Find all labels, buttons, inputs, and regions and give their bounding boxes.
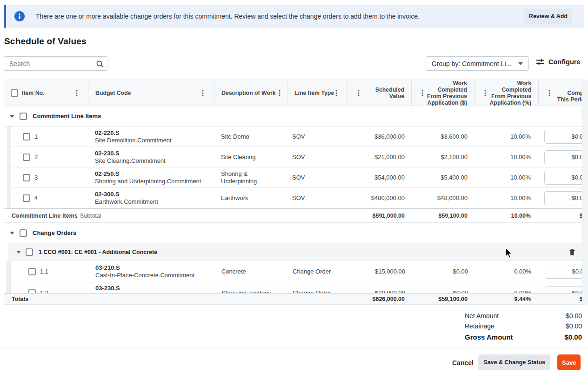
row-checkbox[interactable] xyxy=(28,289,36,294)
group-by-select[interactable]: Group by: Commitment Li... xyxy=(426,56,529,71)
configure-icon xyxy=(536,58,544,66)
subtotal-row: Commitment Line ItemsSubtotal $591,000.0… xyxy=(4,208,582,223)
group-row-commitment-line-items[interactable]: Commitment Line Items xyxy=(4,106,582,127)
configure-button[interactable]: Configure xyxy=(536,58,580,66)
net-amount-label: Net Amount xyxy=(461,312,499,320)
group-checkbox[interactable] xyxy=(26,248,33,256)
retainage-value: $0.00 xyxy=(566,322,582,330)
col-work-completed-prev-pct: Work Completed From Previous Application… xyxy=(474,80,539,106)
retainage-label: Retainage xyxy=(461,322,494,330)
this-period-input[interactable] xyxy=(544,150,582,164)
info-banner: There are one or more available change o… xyxy=(4,5,584,28)
table-row: 1.1 03-210.SCast-In-Place-Concrete.Commi… xyxy=(11,261,582,282)
banner-message: There are one or more available change o… xyxy=(36,13,420,20)
search-icon[interactable] xyxy=(96,60,103,67)
configure-label: Configure xyxy=(548,58,580,66)
table-row: 3 02-250.SShoring and Underpinning.Commi… xyxy=(11,167,582,188)
col-scheduled-value: Scheduled Value xyxy=(348,80,412,106)
this-period-input[interactable] xyxy=(544,191,582,205)
trash-icon[interactable] xyxy=(568,248,576,256)
group-checkbox[interactable] xyxy=(20,113,27,120)
column-menu-icon[interactable] xyxy=(548,90,550,96)
save-button[interactable]: Save xyxy=(557,354,581,370)
column-menu-icon[interactable] xyxy=(76,90,78,96)
collapse-arrow-icon[interactable] xyxy=(16,251,21,254)
this-period-input[interactable] xyxy=(545,265,582,279)
indent-guide xyxy=(6,261,10,293)
group-by-value: Group by: Commitment Li... xyxy=(432,60,511,67)
mouse-cursor xyxy=(504,247,513,259)
col-budget-code: Budget Code xyxy=(88,80,214,106)
gross-amount-label: Gross Amount xyxy=(461,333,513,341)
cco-subgroup-row[interactable]: 1 CCO #001: CE #001 - Additional Concret… xyxy=(8,243,582,261)
scrollbar-track[interactable] xyxy=(582,80,588,305)
column-menu-icon[interactable] xyxy=(421,90,423,96)
this-period-input[interactable] xyxy=(545,286,582,294)
table-row: 4 02-300.SEarthwork.Commitment Earthwork… xyxy=(11,188,582,208)
cancel-button[interactable]: Cancel xyxy=(448,355,478,370)
column-menu-icon[interactable] xyxy=(358,90,360,96)
col-line-item-type: Line Item Type xyxy=(287,80,348,106)
row-checkbox[interactable] xyxy=(28,268,36,275)
table-row: 1 02-220.SSite Demolition.Commitment Sit… xyxy=(11,127,582,147)
col-description: Description of Work xyxy=(214,80,287,106)
table-header: Item No. Budget Code Description of Work… xyxy=(4,80,582,106)
invoice-summary: Net Amount$0.00 Retainage$0.00 Gross Amo… xyxy=(461,311,582,342)
row-checkbox[interactable] xyxy=(23,154,30,161)
table-row: 1.2 03-230.S Stressing Tendons Change Or… xyxy=(11,282,582,293)
column-menu-icon[interactable] xyxy=(484,90,486,96)
col-work-completed-prev-amt: Work Completed From Previous Application… xyxy=(412,80,474,106)
collapse-arrow-icon[interactable] xyxy=(10,232,14,234)
partial-row-clip: 1.2 03-230.S Stressing Tendons Change Or… xyxy=(11,282,582,293)
column-menu-icon[interactable] xyxy=(279,90,281,96)
row-checkbox[interactable] xyxy=(23,174,30,181)
select-all-checkbox[interactable] xyxy=(11,89,18,97)
review-add-button[interactable]: Review & Add xyxy=(524,9,572,24)
group-row-change-orders[interactable]: Change Orders xyxy=(4,223,582,243)
row-checkbox[interactable] xyxy=(23,194,30,202)
group-checkbox[interactable] xyxy=(20,229,27,237)
gross-amount-value: $0.00 xyxy=(564,333,582,341)
save-change-status-button[interactable]: Save & Change Status xyxy=(478,354,550,370)
col-work-completed-this-period: Work Completed This Period ($) xyxy=(539,80,582,106)
col-item-no: Item No. xyxy=(4,80,88,106)
chevron-down-icon xyxy=(518,62,523,65)
totals-row: Totals $626,000.00 $59,100.00 9.44% $0.0… xyxy=(4,293,582,305)
column-menu-icon[interactable] xyxy=(335,90,337,96)
page-title: Schedule of Values xyxy=(4,36,87,47)
collapse-arrow-icon[interactable] xyxy=(10,115,14,118)
sov-table: Item No. Budget Code Description of Work… xyxy=(4,80,582,305)
banner-accent-bar xyxy=(4,5,6,28)
row-checkbox[interactable] xyxy=(23,133,30,140)
footer-divider xyxy=(0,348,588,348)
search-input[interactable] xyxy=(4,57,108,70)
this-period-input[interactable] xyxy=(544,171,582,185)
info-icon xyxy=(14,11,25,21)
net-amount-value: $0.00 xyxy=(566,312,582,320)
table-row: 2 02-230.SSite Clearing.Commitment Site … xyxy=(11,147,582,167)
indent-guide xyxy=(7,127,11,208)
this-period-input[interactable] xyxy=(544,130,582,144)
search-box xyxy=(4,56,108,71)
column-menu-icon[interactable] xyxy=(202,90,204,96)
